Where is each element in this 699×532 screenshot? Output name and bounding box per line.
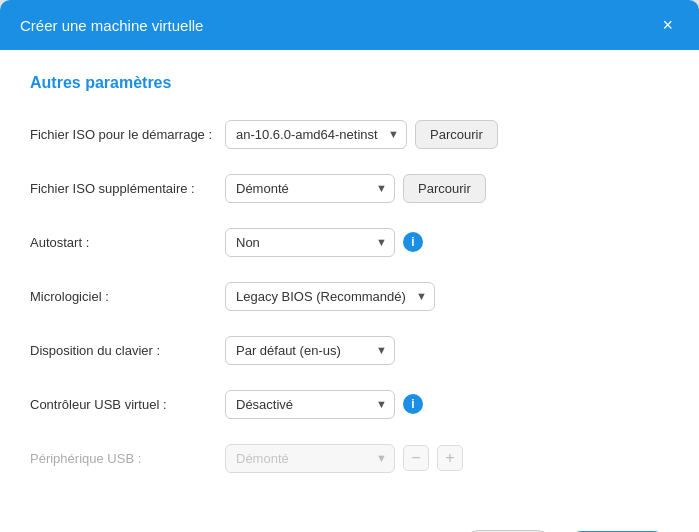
- iso-boot-controls: an-10.6.0-amd64-netinst ▼ Parcourir: [225, 120, 669, 149]
- usb-device-label: Périphérique USB :: [30, 451, 225, 466]
- usb-device-controls: Démonté ▼ − +: [225, 444, 669, 473]
- usb-controller-select-wrapper: Désactivé USB 2.0 USB 3.0 ▼: [225, 390, 395, 419]
- usb-controller-controls: Désactivé USB 2.0 USB 3.0 ▼ i: [225, 390, 669, 419]
- usb-device-select[interactable]: Démonté: [225, 444, 395, 473]
- dialog-title: Créer une machine virtuelle: [20, 17, 203, 34]
- usb-device-add-button: +: [437, 445, 463, 471]
- usb-device-remove-button: −: [403, 445, 429, 471]
- firmware-row: Micrologiciel : Legacy BIOS (Recommandé)…: [30, 278, 669, 314]
- autostart-select-wrapper: Non Oui ▼: [225, 228, 395, 257]
- firmware-select[interactable]: Legacy BIOS (Recommandé) UEFI: [225, 282, 435, 311]
- keyboard-label: Disposition du clavier :: [30, 343, 225, 358]
- section-title: Autres paramètres: [30, 74, 669, 92]
- usb-controller-info-icon[interactable]: i: [403, 394, 423, 414]
- dialog-body: Autres paramètres Fichier ISO pour le dé…: [0, 50, 699, 514]
- iso-boot-browse-button[interactable]: Parcourir: [415, 120, 498, 149]
- usb-controller-select[interactable]: Désactivé USB 2.0 USB 3.0: [225, 390, 395, 419]
- usb-controller-label: Contrôleur USB virtuel :: [30, 397, 225, 412]
- close-button[interactable]: ×: [656, 14, 679, 36]
- autostart-label: Autostart :: [30, 235, 225, 250]
- iso-boot-row: Fichier ISO pour le démarrage : an-10.6.…: [30, 116, 669, 152]
- autostart-select[interactable]: Non Oui: [225, 228, 395, 257]
- iso-extra-browse-button[interactable]: Parcourir: [403, 174, 486, 203]
- usb-controller-row: Contrôleur USB virtuel : Désactivé USB 2…: [30, 386, 669, 422]
- dialog-header: Créer une machine virtuelle ×: [0, 0, 699, 50]
- iso-extra-label: Fichier ISO supplémentaire :: [30, 181, 225, 196]
- keyboard-select[interactable]: Par défaut (en-us) Français: [225, 336, 395, 365]
- iso-boot-label: Fichier ISO pour le démarrage :: [30, 127, 225, 142]
- autostart-info-icon[interactable]: i: [403, 232, 423, 252]
- iso-boot-select-wrapper: an-10.6.0-amd64-netinst ▼: [225, 120, 407, 149]
- firmware-label: Micrologiciel :: [30, 289, 225, 304]
- usb-device-select-wrapper: Démonté ▼: [225, 444, 395, 473]
- iso-boot-select[interactable]: an-10.6.0-amd64-netinst: [225, 120, 407, 149]
- firmware-controls: Legacy BIOS (Recommandé) UEFI ▼: [225, 282, 669, 311]
- keyboard-row: Disposition du clavier : Par défaut (en-…: [30, 332, 669, 368]
- iso-extra-controls: Démonté ▼ Parcourir: [225, 174, 669, 203]
- keyboard-controls: Par défaut (en-us) Français ▼: [225, 336, 669, 365]
- dialog-footer: Retour Suivant: [0, 514, 699, 532]
- iso-extra-select[interactable]: Démonté: [225, 174, 395, 203]
- autostart-row: Autostart : Non Oui ▼ i: [30, 224, 669, 260]
- create-vm-dialog: Créer une machine virtuelle × Autres par…: [0, 0, 699, 532]
- firmware-select-wrapper: Legacy BIOS (Recommandé) UEFI ▼: [225, 282, 435, 311]
- iso-extra-select-wrapper: Démonté ▼: [225, 174, 395, 203]
- keyboard-select-wrapper: Par défaut (en-us) Français ▼: [225, 336, 395, 365]
- usb-device-row: Périphérique USB : Démonté ▼ − +: [30, 440, 669, 476]
- iso-extra-row: Fichier ISO supplémentaire : Démonté ▼ P…: [30, 170, 669, 206]
- autostart-controls: Non Oui ▼ i: [225, 228, 669, 257]
